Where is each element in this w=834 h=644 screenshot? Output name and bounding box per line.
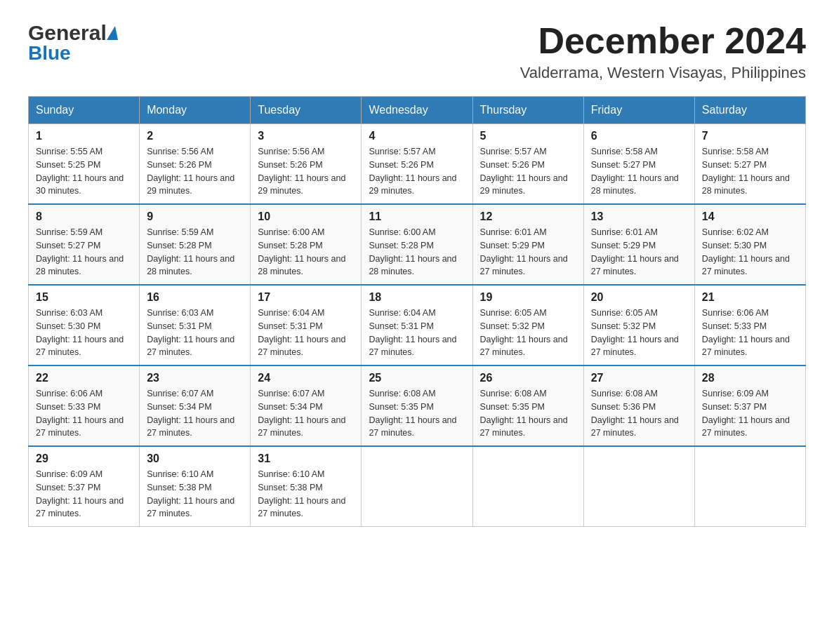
col-sunday: Sunday	[29, 97, 140, 124]
day-number: 29	[36, 452, 132, 465]
table-row: 19Sunrise: 6:05 AMSunset: 5:32 PMDayligh…	[472, 285, 583, 365]
day-info: Sunrise: 6:09 AMSunset: 5:37 PMDaylight:…	[36, 468, 132, 521]
day-info: Sunrise: 6:03 AMSunset: 5:30 PMDaylight:…	[36, 307, 132, 359]
calendar-table: Sunday Monday Tuesday Wednesday Thursday…	[28, 96, 806, 527]
table-row: 13Sunrise: 6:01 AMSunset: 5:29 PMDayligh…	[583, 204, 694, 285]
calendar-week-row: 1Sunrise: 5:55 AMSunset: 5:25 PMDaylight…	[29, 124, 806, 205]
day-number: 9	[147, 210, 243, 223]
table-row: 10Sunrise: 6:00 AMSunset: 5:28 PMDayligh…	[251, 204, 362, 285]
day-number: 13	[591, 210, 687, 223]
table-row: 20Sunrise: 6:05 AMSunset: 5:32 PMDayligh…	[583, 285, 694, 365]
calendar-week-row: 22Sunrise: 6:06 AMSunset: 5:33 PMDayligh…	[29, 365, 806, 446]
day-info: Sunrise: 5:56 AMSunset: 5:26 PMDaylight:…	[258, 145, 354, 198]
table-row: 26Sunrise: 6:08 AMSunset: 5:35 PMDayligh…	[472, 365, 583, 446]
calendar-week-row: 8Sunrise: 5:59 AMSunset: 5:27 PMDaylight…	[29, 204, 806, 285]
day-info: Sunrise: 5:57 AMSunset: 5:26 PMDaylight:…	[480, 145, 576, 198]
day-number: 3	[258, 130, 354, 142]
day-number: 30	[147, 452, 243, 465]
col-thursday: Thursday	[472, 97, 583, 124]
day-info: Sunrise: 5:59 AMSunset: 5:27 PMDaylight:…	[36, 226, 132, 279]
table-row	[583, 446, 694, 527]
table-row	[362, 446, 472, 527]
day-number: 1	[36, 130, 132, 142]
day-number: 17	[258, 291, 354, 304]
logo-triangle-icon	[107, 26, 118, 40]
location-title: Valderrama, Western Visayas, Philippines	[520, 64, 806, 82]
table-row: 14Sunrise: 6:02 AMSunset: 5:30 PMDayligh…	[694, 204, 805, 285]
day-number: 21	[702, 291, 798, 304]
table-row: 24Sunrise: 6:07 AMSunset: 5:34 PMDayligh…	[251, 365, 362, 446]
day-info: Sunrise: 6:00 AMSunset: 5:28 PMDaylight:…	[369, 226, 465, 279]
col-wednesday: Wednesday	[362, 97, 472, 124]
table-row: 12Sunrise: 6:01 AMSunset: 5:29 PMDayligh…	[472, 204, 583, 285]
day-number: 19	[480, 291, 576, 304]
day-number: 2	[147, 130, 243, 142]
calendar-header-row: Sunday Monday Tuesday Wednesday Thursday…	[29, 97, 806, 124]
table-row: 21Sunrise: 6:06 AMSunset: 5:33 PMDayligh…	[694, 285, 805, 365]
day-info: Sunrise: 6:05 AMSunset: 5:32 PMDaylight:…	[591, 307, 687, 359]
table-row: 9Sunrise: 5:59 AMSunset: 5:28 PMDaylight…	[140, 204, 251, 285]
title-area: December 2024 Valderrama, Western Visaya…	[520, 21, 806, 82]
logo: General Blue	[28, 21, 118, 65]
day-info: Sunrise: 6:01 AMSunset: 5:29 PMDaylight:…	[480, 226, 576, 279]
day-number: 8	[36, 210, 132, 223]
col-monday: Monday	[140, 97, 251, 124]
day-info: Sunrise: 6:04 AMSunset: 5:31 PMDaylight:…	[258, 307, 354, 359]
day-number: 23	[147, 372, 243, 384]
day-number: 25	[369, 372, 465, 384]
logo-blue: Blue	[28, 42, 71, 65]
table-row: 31Sunrise: 6:10 AMSunset: 5:38 PMDayligh…	[251, 446, 362, 527]
day-info: Sunrise: 6:10 AMSunset: 5:38 PMDaylight:…	[258, 468, 354, 521]
table-row: 23Sunrise: 6:07 AMSunset: 5:34 PMDayligh…	[140, 365, 251, 446]
day-info: Sunrise: 6:08 AMSunset: 5:35 PMDaylight:…	[369, 387, 465, 440]
day-number: 18	[369, 291, 465, 304]
table-row: 25Sunrise: 6:08 AMSunset: 5:35 PMDayligh…	[362, 365, 472, 446]
day-info: Sunrise: 6:08 AMSunset: 5:35 PMDaylight:…	[480, 387, 576, 440]
day-info: Sunrise: 6:09 AMSunset: 5:37 PMDaylight:…	[702, 387, 798, 440]
day-number: 12	[480, 210, 576, 223]
day-number: 27	[591, 372, 687, 384]
day-number: 7	[702, 130, 798, 142]
day-info: Sunrise: 5:56 AMSunset: 5:26 PMDaylight:…	[147, 145, 243, 198]
table-row: 11Sunrise: 6:00 AMSunset: 5:28 PMDayligh…	[362, 204, 472, 285]
month-title: December 2024	[520, 21, 806, 61]
day-info: Sunrise: 6:00 AMSunset: 5:28 PMDaylight:…	[258, 226, 354, 279]
table-row: 4Sunrise: 5:57 AMSunset: 5:26 PMDaylight…	[362, 124, 472, 205]
table-row: 5Sunrise: 5:57 AMSunset: 5:26 PMDaylight…	[472, 124, 583, 205]
day-info: Sunrise: 5:58 AMSunset: 5:27 PMDaylight:…	[591, 145, 687, 198]
day-number: 16	[147, 291, 243, 304]
day-info: Sunrise: 5:57 AMSunset: 5:26 PMDaylight:…	[369, 145, 465, 198]
table-row: 28Sunrise: 6:09 AMSunset: 5:37 PMDayligh…	[694, 365, 805, 446]
col-friday: Friday	[583, 97, 694, 124]
day-info: Sunrise: 6:10 AMSunset: 5:38 PMDaylight:…	[147, 468, 243, 521]
day-info: Sunrise: 6:01 AMSunset: 5:29 PMDaylight:…	[591, 226, 687, 279]
day-number: 11	[369, 210, 465, 223]
day-info: Sunrise: 5:58 AMSunset: 5:27 PMDaylight:…	[702, 145, 798, 198]
calendar-week-row: 29Sunrise: 6:09 AMSunset: 5:37 PMDayligh…	[29, 446, 806, 527]
table-row: 22Sunrise: 6:06 AMSunset: 5:33 PMDayligh…	[29, 365, 140, 446]
day-info: Sunrise: 6:07 AMSunset: 5:34 PMDaylight:…	[258, 387, 354, 440]
day-number: 10	[258, 210, 354, 223]
table-row: 29Sunrise: 6:09 AMSunset: 5:37 PMDayligh…	[29, 446, 140, 527]
day-info: Sunrise: 6:06 AMSunset: 5:33 PMDaylight:…	[702, 307, 798, 359]
day-number: 5	[480, 130, 576, 142]
page-header: General Blue December 2024 Valderrama, W…	[28, 21, 806, 82]
day-number: 14	[702, 210, 798, 223]
day-info: Sunrise: 6:03 AMSunset: 5:31 PMDaylight:…	[147, 307, 243, 359]
table-row: 15Sunrise: 6:03 AMSunset: 5:30 PMDayligh…	[29, 285, 140, 365]
day-info: Sunrise: 5:55 AMSunset: 5:25 PMDaylight:…	[36, 145, 132, 198]
day-number: 24	[258, 372, 354, 384]
col-saturday: Saturday	[694, 97, 805, 124]
table-row: 8Sunrise: 5:59 AMSunset: 5:27 PMDaylight…	[29, 204, 140, 285]
day-info: Sunrise: 5:59 AMSunset: 5:28 PMDaylight:…	[147, 226, 243, 279]
table-row: 7Sunrise: 5:58 AMSunset: 5:27 PMDaylight…	[694, 124, 805, 205]
day-info: Sunrise: 6:04 AMSunset: 5:31 PMDaylight:…	[369, 307, 465, 359]
col-tuesday: Tuesday	[251, 97, 362, 124]
table-row: 17Sunrise: 6:04 AMSunset: 5:31 PMDayligh…	[251, 285, 362, 365]
day-number: 6	[591, 130, 687, 142]
day-number: 26	[480, 372, 576, 384]
logo-general: General	[28, 21, 107, 45]
day-info: Sunrise: 6:08 AMSunset: 5:36 PMDaylight:…	[591, 387, 687, 440]
table-row: 2Sunrise: 5:56 AMSunset: 5:26 PMDaylight…	[140, 124, 251, 205]
day-number: 20	[591, 291, 687, 304]
